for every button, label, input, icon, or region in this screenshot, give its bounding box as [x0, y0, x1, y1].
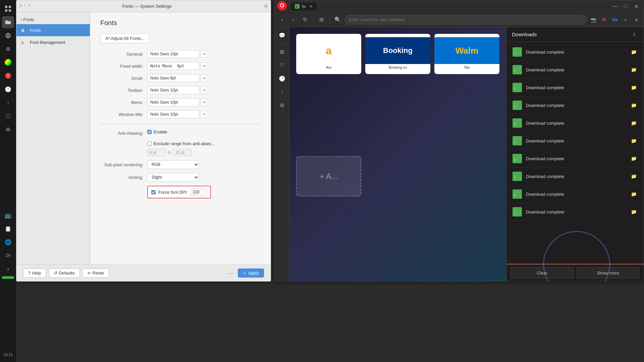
ms365-icon[interactable]: M — [599, 15, 609, 24]
small-font-field[interactable] — [147, 74, 199, 82]
search-icon[interactable]: 🔍 — [333, 15, 342, 24]
open-folder-btn-5[interactable]: 📁 — [629, 118, 638, 128]
download-taskbar-icon[interactable]: ↓ — [2, 97, 14, 109]
add-tab-icon[interactable]: + — [621, 15, 630, 24]
opera-logo: O — [277, 1, 287, 10]
range-to-input[interactable] — [173, 149, 192, 156]
arrow-right-icon[interactable]: › — [2, 263, 14, 275]
earth-icon[interactable]: 🌐 — [2, 236, 14, 248]
close-icon[interactable]: ✕ — [264, 3, 268, 9]
download-info-6: Download complete — [526, 138, 626, 143]
browser-tab-active[interactable]: S Sr ✕ — [291, 3, 317, 10]
history-clock-icon[interactable]: 🕐 — [277, 73, 287, 84]
open-folder-btn-6[interactable]: 📁 — [629, 136, 638, 145]
open-folder-btn-9[interactable]: 📁 — [629, 189, 638, 199]
photos-icon[interactable] — [2, 56, 14, 68]
browser-taskbar-icon[interactable] — [2, 29, 14, 42]
reload-btn[interactable]: ↻ — [300, 15, 310, 24]
screen2-icon[interactable]: 📋 — [2, 223, 14, 235]
small-font-input: ✏ — [147, 74, 208, 82]
sub-pixel-select[interactable]: RGB BGR None — [147, 160, 199, 169]
exclude-checkbox[interactable] — [147, 141, 152, 146]
forward-btn[interactable]: › — [289, 15, 298, 24]
dial-item-amazon[interactable]: a Am — [296, 34, 361, 74]
apply-button[interactable]: ✓ Apply — [238, 268, 264, 278]
hinting-select[interactable]: None Slight Medium Full — [147, 173, 199, 182]
fixed-width-font-field[interactable] — [147, 62, 199, 70]
svg-text:↓: ↓ — [514, 67, 516, 73]
browser-maximize-btn[interactable]: □ — [621, 2, 630, 11]
gear-icon[interactable]: ⚙ — [2, 123, 14, 135]
divider-1 — [100, 124, 261, 124]
menu-font-field[interactable] — [147, 98, 199, 106]
dial-item-add[interactable]: + A... — [296, 156, 361, 196]
general-font-edit-btn[interactable]: ✏ — [201, 50, 208, 58]
download-item-1: ↓ Download complete 📁 — [506, 43, 644, 61]
open-folder-btn-2[interactable]: 📁 — [629, 65, 638, 74]
extensions-icon[interactable]: ⊞ — [277, 46, 287, 57]
enable-checkbox-row: Enable — [147, 129, 167, 134]
notification-icon[interactable]: ! — [2, 70, 14, 82]
clock-icon[interactable]: 🕐 — [2, 83, 14, 95]
camera-icon[interactable]: 📷 — [589, 15, 598, 24]
favorites-icon[interactable]: ♡ — [277, 60, 287, 70]
settings-taskbar-icon[interactable]: ⚙ — [2, 43, 14, 55]
minimize-icon[interactable]: ˅ — [24, 4, 26, 9]
maximize-icon[interactable]: ^ — [28, 4, 31, 9]
general-font-field[interactable] — [147, 50, 199, 58]
open-folder-btn-7[interactable]: 📁 — [629, 154, 638, 163]
tab-close-btn[interactable]: ✕ — [309, 4, 313, 9]
downloads-sidebar-icon[interactable]: ↓ — [277, 86, 287, 97]
address-bar[interactable] — [344, 15, 587, 24]
settings-titlebar: ? ˅ ^ Fonts — System Settings ✕ — [16, 0, 271, 12]
fixed-width-font-edit-btn[interactable]: ✏ — [201, 62, 208, 70]
nav-separator2 — [329, 16, 330, 23]
dial-item-walmart[interactable]: Walm Wa — [434, 34, 499, 74]
file-manager-icon[interactable] — [2, 16, 14, 28]
force-dpi-input[interactable] — [190, 188, 207, 196]
dial-item-booking[interactable]: Booking Booking.co — [365, 34, 430, 74]
open-folder-btn-10[interactable]: 📁 — [629, 207, 638, 217]
sidebar-back-btn[interactable]: ‹ Fonts — [16, 15, 90, 24]
open-folder-btn-8[interactable]: 📁 — [629, 172, 638, 181]
open-folder-btn-1[interactable]: 📁 — [629, 47, 638, 57]
cube-icon[interactable]: ⬡ — [2, 110, 14, 122]
reset-button[interactable]: ↩ Reset — [83, 268, 109, 278]
back-btn[interactable]: ‹ — [277, 15, 287, 24]
browser-minimize-btn[interactable]: — — [610, 2, 620, 11]
force-dpi-checkbox[interactable] — [151, 190, 156, 194]
browser-close-btn[interactable]: ✕ — [632, 2, 641, 11]
help-button[interactable]: ? Help — [23, 268, 46, 278]
toolbar-font-field[interactable] — [147, 86, 199, 94]
range-row: to — [147, 149, 261, 156]
download-file-icon-8: ↓ — [512, 171, 523, 182]
easy-setup-icon[interactable]: ⚙ — [277, 100, 287, 111]
menu-icon[interactable]: ≡ — [632, 15, 641, 24]
more-options-btn[interactable]: ⋯ — [228, 269, 234, 277]
open-folder-btn-3[interactable]: 📁 — [629, 83, 638, 92]
window-title-font-field[interactable] — [147, 110, 199, 118]
range-from-input[interactable] — [147, 149, 166, 156]
sidebar-item-fonts[interactable]: A Fonts — [16, 24, 90, 36]
zh-icon[interactable]: Zh — [2, 249, 14, 261]
sidebar-item-font-management[interactable]: A Font Management — [16, 36, 90, 48]
small-font-edit-btn[interactable]: ✏ — [201, 74, 208, 82]
enable-label: Enable — [154, 129, 167, 134]
svg-text:↓: ↓ — [514, 103, 516, 108]
window-title-font-edit-btn[interactable]: ✏ — [201, 111, 208, 118]
adjust-all-fonts-button[interactable]: A² Adjust All Fonts... — [100, 34, 149, 43]
menu-font-edit-btn[interactable]: ✏ — [201, 99, 208, 106]
open-folder-btn-4[interactable]: 📁 — [629, 101, 638, 110]
apps-grid-icon[interactable] — [2, 3, 14, 15]
defaults-button[interactable]: ↺ Defaults — [49, 268, 80, 278]
enable-checkbox[interactable] — [147, 130, 152, 134]
copilot-icon[interactable]: Co — [610, 15, 620, 24]
help-icon[interactable]: ? — [19, 4, 22, 9]
download-file-icon-6: ↓ — [512, 135, 523, 146]
screen-icon[interactable]: 📺 — [2, 209, 14, 221]
grid-view-btn[interactable]: ⊞ — [317, 15, 326, 24]
downloads-filter-icon[interactable]: ⇩ — [630, 31, 638, 39]
toolbar-font-edit-btn[interactable]: ✏ — [201, 86, 208, 94]
messenger-icon[interactable]: 💬 — [277, 30, 287, 41]
exclude-checkbox-row: Exclude range from anti-aliasi... — [147, 141, 261, 146]
